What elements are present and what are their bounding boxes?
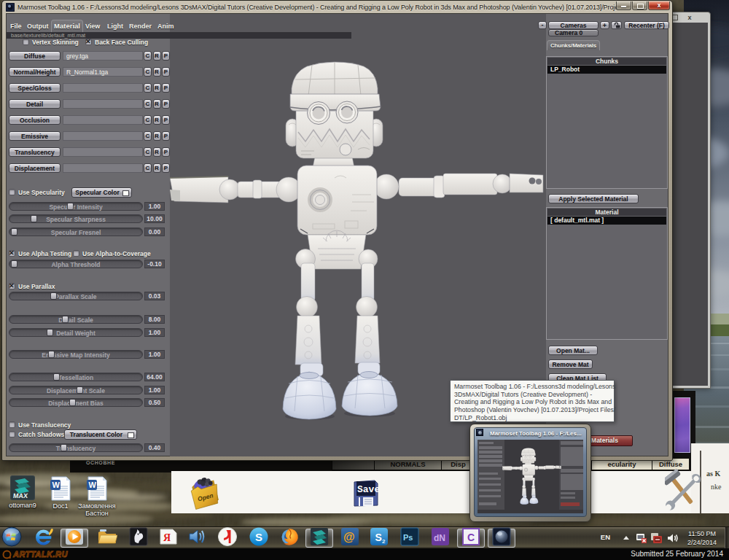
slider-thumb[interactable] <box>77 386 83 394</box>
minimize-button[interactable] <box>616 1 631 10</box>
open-folder-icon[interactable]: Open <box>188 475 222 511</box>
slot-c-button[interactable]: C <box>144 51 152 61</box>
texture-slot-field[interactable] <box>63 99 143 109</box>
slot-r-button[interactable]: R <box>153 115 161 125</box>
slot-p-button[interactable]: P <box>162 131 170 141</box>
taskbar-icon-start-orb[interactable] <box>0 529 26 548</box>
texture-slot-field[interactable] <box>63 115 143 125</box>
background-window-close[interactable]: x <box>679 14 700 22</box>
menu-item-view[interactable]: View <box>85 23 100 30</box>
titlebar[interactable]: Marmoset Toolbag 1.06 - F:/Lessons3d mod… <box>2 1 672 14</box>
slider-tessellation[interactable]: Tessellation <box>9 373 143 381</box>
texture-slot-field[interactable] <box>63 83 143 93</box>
color-button-specular-color[interactable]: Specular Color <box>71 187 132 198</box>
open-mat--button[interactable]: Open Mat... <box>548 346 598 355</box>
slider-specular-intensity[interactable]: Specular Intensity <box>9 202 143 211</box>
slot-r-button[interactable]: R <box>153 99 161 109</box>
slot-c-button[interactable]: C <box>144 115 152 125</box>
slot-c-button[interactable]: C <box>144 99 152 109</box>
recenter-button[interactable]: Recenter (F) <box>624 21 669 29</box>
taskbar[interactable]: ЯS@S2PsdNC EN 11:50 PM 2/24/2014 <box>0 526 729 548</box>
texture-slot-field[interactable] <box>63 131 143 141</box>
texture-slot-button-occlusion[interactable]: Occlusion <box>9 115 61 125</box>
checkbox-use-alpha-to-coverage[interactable] <box>73 250 79 257</box>
chunks-item-selected[interactable]: LP_Robot <box>547 66 666 74</box>
checkbox-use-translucency[interactable] <box>9 421 15 428</box>
menu-item-light[interactable]: Light <box>107 23 123 30</box>
slider-thumb[interactable] <box>67 203 74 210</box>
slider-emissive-map-intensity[interactable]: Emissive Map Intensity <box>9 350 143 359</box>
slider-displacement-scale[interactable]: Displacement Scale <box>9 386 143 394</box>
apply-selected-material-button[interactable]: Apply Selected Material <box>548 194 639 203</box>
slider-thumb[interactable] <box>31 215 37 222</box>
taskbar-icon-firefox[interactable] <box>276 529 303 548</box>
menu-item-render[interactable]: Render <box>129 23 152 30</box>
menu-item-output[interactable]: Output <box>27 23 49 30</box>
slider-thumb[interactable] <box>11 228 17 236</box>
checkbox-use-specularity[interactable] <box>9 189 15 195</box>
texture-slot-field[interactable]: grey.tga <box>63 51 143 61</box>
taskbar-icon-speaker-app[interactable] <box>183 529 211 548</box>
language-indicator[interactable]: EN <box>601 533 610 541</box>
texture-slot-button-diffuse[interactable]: Diffuse <box>9 51 61 61</box>
taskbar-icon-3dsmax[interactable] <box>305 529 333 548</box>
slot-p-button[interactable]: P <box>162 83 170 93</box>
tab-chunks-materials[interactable]: Chunks/Materials <box>547 40 600 50</box>
maximize-button[interactable] <box>632 1 647 10</box>
slider-thumb[interactable] <box>62 316 69 323</box>
tray-action-center-icon[interactable] <box>636 532 647 544</box>
remove-mat-button[interactable]: Remove Mat <box>548 359 593 369</box>
close-button[interactable]: x <box>648 1 670 10</box>
taskbar-preview[interactable]: Marmoset Toolbag 1.06 - F:/Les... <box>469 424 591 522</box>
slider-detail-weight[interactable]: Detail Weight <box>9 328 143 337</box>
taskbar-icon-icq[interactable]: S2 <box>365 529 393 548</box>
taskbar-icon-skype[interactable]: S <box>245 529 273 548</box>
taskbar-icon-internet-explorer[interactable] <box>30 529 58 548</box>
save-floppy-icon[interactable]: Save <box>353 479 379 508</box>
texture-slot-field[interactable]: R_Normal1.tga <box>63 67 143 77</box>
taskbar-icon-media-player[interactable] <box>61 529 88 548</box>
slider-specular-sharpness[interactable]: Specular Sharpness <box>9 214 143 223</box>
texture-slot-field[interactable] <box>63 163 143 173</box>
slider-thumb[interactable] <box>61 444 67 451</box>
material-item-selected[interactable]: [ default_mtl.mat ] <box>547 217 666 225</box>
slot-p-button[interactable]: P <box>162 51 170 61</box>
taskbar-icon-photoshop[interactable]: Ps <box>396 529 424 548</box>
desktop-icon-3[interactable]: WЗамовлення Бастіон <box>73 476 121 517</box>
slot-c-button[interactable]: C <box>144 163 152 173</box>
taskbar-icon-marmoset[interactable] <box>488 529 515 548</box>
slot-r-button[interactable]: R <box>153 51 161 61</box>
taskbar-icon-yandex-ya[interactable]: Я <box>154 529 182 548</box>
taskbar-icon-explorer-folder[interactable] <box>93 529 121 548</box>
camera-0-item[interactable]: Camera 0 <box>548 29 599 36</box>
camera-lock-button[interactable] <box>611 21 622 29</box>
texture-slot-button-detail[interactable]: Detail <box>9 99 61 109</box>
checkbox-back-face-culling[interactable]: ✕ <box>85 39 92 45</box>
texture-slot-field[interactable] <box>63 147 143 157</box>
slider-thumb[interactable] <box>48 351 55 358</box>
texture-slot-button-normal-height[interactable]: Normal/Height <box>9 67 61 77</box>
slot-r-button[interactable]: R <box>153 131 161 141</box>
taskbar-icon-ic-app[interactable]: C <box>457 529 485 548</box>
slot-r-button[interactable]: R <box>153 67 161 77</box>
texture-slot-button-translucency[interactable]: Translucency <box>9 147 61 157</box>
slider-translucency[interactable]: Translucency <box>9 443 143 452</box>
tray-expand-arrow[interactable] <box>623 536 629 540</box>
tray-update-icon[interactable] <box>650 532 663 544</box>
texture-slot-button-spec-gloss[interactable]: Spec/Gloss <box>9 83 61 93</box>
show-desktop-button[interactable] <box>725 527 729 549</box>
slider-thumb[interactable] <box>69 399 76 406</box>
color-swatch[interactable] <box>128 432 134 438</box>
camera-plus-button[interactable]: + <box>600 21 609 29</box>
slider-thumb[interactable] <box>50 292 57 300</box>
slot-p-button[interactable]: P <box>162 163 170 173</box>
taskbar-icon-wolf-app[interactable] <box>125 529 152 548</box>
slot-c-button[interactable]: C <box>144 67 152 77</box>
slot-r-button[interactable]: R <box>153 147 161 157</box>
volume-icon[interactable] <box>667 532 679 544</box>
slot-p-button[interactable]: P <box>162 147 170 157</box>
slot-p-button[interactable]: P <box>162 99 170 109</box>
clock[interactable]: 11:50 PM 2/24/2014 <box>681 529 723 547</box>
menu-tab-material[interactable]: Material <box>51 20 83 33</box>
color-button-translucent-color[interactable]: Translucent Color <box>64 429 137 440</box>
